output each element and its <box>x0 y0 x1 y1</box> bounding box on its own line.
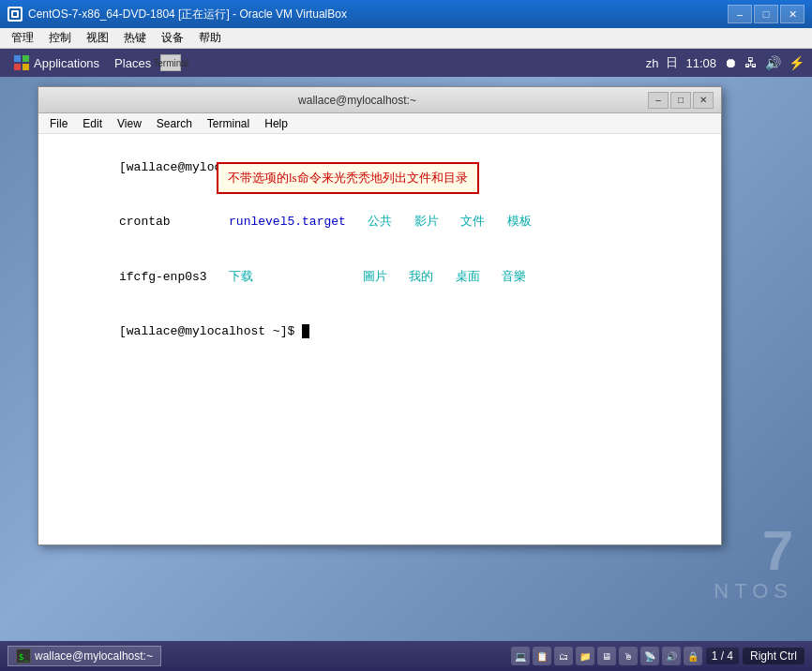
annotation-box: 不带选项的ls命令来光秃秃地列出文件和目录 <box>217 162 479 194</box>
tray-power-icon: ⚡ <box>789 55 804 70</box>
lang-indicator[interactable]: zh <box>646 56 659 70</box>
centos-number: 7 <box>714 523 793 579</box>
tray-icon-8[interactable]: 🔊 <box>662 647 681 665</box>
dir-desktop: 桌面 <box>456 270 502 284</box>
tray-icon-2[interactable]: 📋 <box>533 647 551 665</box>
tray-volume-icon: 🔊 <box>765 55 781 70</box>
svg-text:$_: $_ <box>19 652 29 662</box>
menu-view-term[interactable]: View <box>110 115 149 132</box>
menu-terminal[interactable]: Terminal <box>200 115 257 132</box>
dir-public: 公共 <box>368 215 414 229</box>
tray-icon-1[interactable]: 💻 <box>511 647 530 665</box>
dir-pictures: 圖片 <box>363 270 409 284</box>
tray-icon-5[interactable]: 🖥 <box>597 647 616 665</box>
taskbar-right: 💻 📋 🗂 📁 🖥 🖱 📡 🔊 🔒 1 / 4 Right Ctrl <box>511 647 804 665</box>
tray-record-icon: ⏺ <box>724 55 737 70</box>
guest-bottom-taskbar: $_ wallace@mylocalhost:~ 💻 📋 🗂 📁 🖥 🖱 📡 🔊… <box>0 641 812 671</box>
menu-manage[interactable]: 管理 <box>4 28 41 48</box>
centos-watermark: 7 NTOS <box>714 523 793 604</box>
tray-icon-7[interactable]: 📡 <box>640 647 659 665</box>
menu-file[interactable]: File <box>42 115 75 132</box>
vbox-icon <box>8 7 23 22</box>
svg-rect-6 <box>23 64 29 70</box>
minimize-btn[interactable]: – <box>728 5 752 23</box>
dir-music: 音樂 <box>502 270 526 284</box>
applications-icon <box>13 54 30 71</box>
terminal-content[interactable]: 不带选项的ls命令来光秃秃地列出文件和目录 [wallace@mylocalho… <box>38 134 721 544</box>
menu-view[interactable]: 视图 <box>79 28 116 48</box>
dir-mine: 我的 <box>409 270 455 284</box>
svg-rect-5 <box>14 64 21 70</box>
title-text: CentOS-7-x86_64-DVD-1804 [正在运行] - Oracle… <box>28 7 728 22</box>
guest-top-right: zh 日 11:08 ⏺ 🖧 🔊 ⚡ <box>646 54 804 71</box>
dir-templates: 模板 <box>507 215 532 229</box>
menu-help-term[interactable]: Help <box>257 115 295 132</box>
terminal-window-controls: – □ ✕ <box>648 92 714 109</box>
page-indicator: 1 / 4 <box>706 648 739 664</box>
right-ctrl-label: Right Ctrl <box>743 648 804 664</box>
title-controls: – □ ✕ <box>728 5 804 23</box>
menu-devices[interactable]: 设备 <box>154 28 191 48</box>
menu-edit[interactable]: Edit <box>75 115 110 132</box>
guest-top-taskbar: Applications Places Terminal zh 日 11:08 … <box>0 49 812 77</box>
guest-desktop: 7 NTOS wallace@mylocalhost:~ – □ ✕ Fi <box>0 77 812 641</box>
menu-search[interactable]: Search <box>149 115 200 132</box>
taskbar-terminal-icon: $_ <box>16 649 31 664</box>
taskbar-app-label: wallace@mylocalhost:~ <box>35 649 153 663</box>
svg-rect-3 <box>14 55 21 62</box>
svg-rect-2 <box>13 12 17 16</box>
file-crontab: crontab <box>119 215 229 229</box>
ls-output-row2: ifcfg-enp0s3 下载 圖片 我的 桌面 音樂 <box>46 249 714 305</box>
terminal-minimize[interactable]: – <box>648 92 669 109</box>
dir-files: 文件 <box>460 215 506 229</box>
applications-button[interactable]: Applications <box>8 52 105 73</box>
ls-output-row1: crontab runlevel5.target 公共 影片 文件 模板 <box>46 195 714 250</box>
terminal-maximize[interactable]: □ <box>670 92 691 109</box>
centos-text: NTOS <box>714 579 793 604</box>
dir-downloads: 下载 <box>229 270 363 284</box>
maximize-btn[interactable]: □ <box>754 5 778 23</box>
tray-icon-4[interactable]: 📁 <box>576 647 594 665</box>
prompt-2: [wallace@mylocalhost ~]$ <box>119 324 302 338</box>
cmd-line-2: [wallace@mylocalhost ~]$ █ <box>46 305 714 360</box>
places-button[interactable]: Places <box>109 54 157 72</box>
vbox-menu-bar: 管理 控制 视图 热键 设备 帮助 <box>0 28 812 49</box>
file-ifcfg: ifcfg-enp0s3 <box>119 270 229 284</box>
menu-hotkeys[interactable]: 热键 <box>116 28 154 48</box>
terminal-window: wallace@mylocalhost:~ – □ ✕ File Edit Vi… <box>38 86 722 545</box>
vbox-window: CentOS-7-x86_64-DVD-1804 [正在运行] - Oracle… <box>0 0 812 671</box>
dir-movies: 影片 <box>414 215 460 229</box>
close-btn[interactable]: ✕ <box>780 5 804 23</box>
cursor-block: █ <box>302 324 309 338</box>
calendar-icon: 日 <box>666 54 678 71</box>
sys-tray: 💻 📋 🗂 📁 🖥 🖱 📡 🔊 🔒 <box>511 647 702 665</box>
menu-help[interactable]: 帮助 <box>191 28 229 48</box>
tray-icon-6[interactable]: 🖱 <box>619 647 638 665</box>
svg-rect-4 <box>23 55 29 62</box>
terminal-button[interactable]: Terminal <box>160 54 181 71</box>
tray-icon-9[interactable]: 🔒 <box>684 647 702 665</box>
terminal-menu-bar: File Edit View Search Terminal Help <box>38 113 721 134</box>
terminal-close[interactable]: ✕ <box>693 92 714 109</box>
taskbar-terminal-app[interactable]: $_ wallace@mylocalhost:~ <box>8 646 161 666</box>
terminal-title: wallace@mylocalhost:~ <box>67 94 648 107</box>
file-runlevel: runlevel5.target <box>229 215 368 229</box>
applications-label: Applications <box>34 56 99 70</box>
terminal-title-bar: wallace@mylocalhost:~ – □ ✕ <box>38 87 721 113</box>
title-bar: CentOS-7-x86_64-DVD-1804 [正在运行] - Oracle… <box>0 0 812 28</box>
clock: 11:08 <box>685 56 716 70</box>
annotation-text: 不带选项的ls命令来光秃秃地列出文件和目录 <box>228 171 468 185</box>
menu-control[interactable]: 控制 <box>41 28 79 48</box>
tray-icon-3[interactable]: 🗂 <box>554 647 573 665</box>
tray-network-icon: 🖧 <box>744 55 758 70</box>
